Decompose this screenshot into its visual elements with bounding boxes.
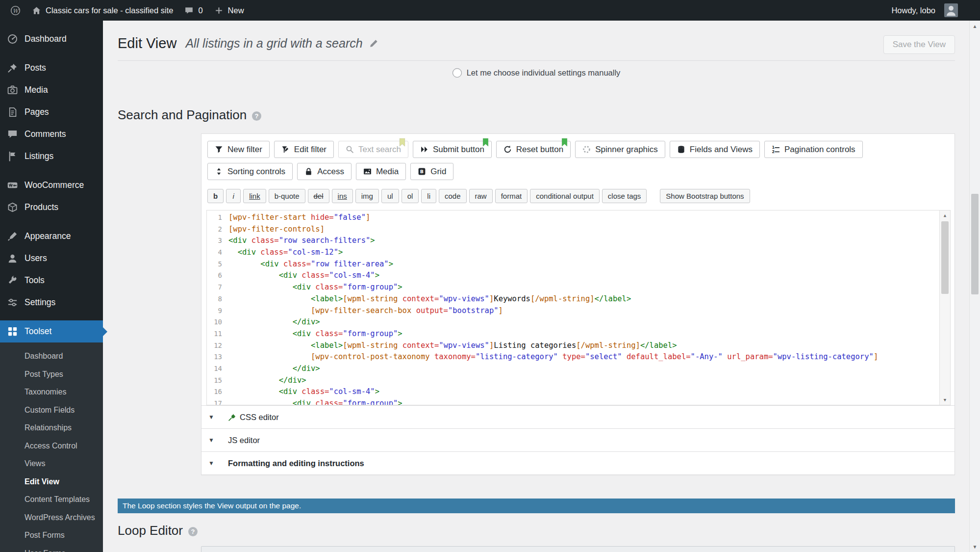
pagination-controls-button[interactable]: 12Pagination controls xyxy=(764,141,863,158)
quicktag-i[interactable]: i xyxy=(226,189,241,203)
wp-logo-menu[interactable]: W xyxy=(5,0,26,21)
sidebar-item-comments[interactable]: Comments xyxy=(0,123,103,145)
css-editor-section[interactable]: ▼CSS editor xyxy=(201,405,955,428)
quicktag-li[interactable]: li xyxy=(421,189,436,203)
sidebar-item-tools[interactable]: Tools xyxy=(0,269,103,291)
submenu-item-content-templates[interactable]: Content Templates xyxy=(0,491,103,509)
access-button[interactable]: Access xyxy=(297,163,352,180)
sidebar-item-media[interactable]: Media xyxy=(0,79,103,101)
sidebar-item-dashboard[interactable]: Dashboard xyxy=(0,28,103,50)
quicktag-b-quote[interactable]: b-quote xyxy=(269,189,305,203)
new-content-menu[interactable]: New xyxy=(208,0,250,21)
edit-title-pencil-icon[interactable] xyxy=(369,38,379,49)
quicktag-ul[interactable]: ul xyxy=(381,189,399,203)
media-button[interactable]: Media xyxy=(356,163,406,180)
howdy-text: Howdy, lobo xyxy=(891,6,935,15)
sidebar-item-woocommerce[interactable]: WooCommerce xyxy=(0,174,103,196)
new-filter-button[interactable]: New filter xyxy=(207,141,270,158)
button-label: Spinner graphics xyxy=(595,145,658,155)
sidebar-item-users[interactable]: Users xyxy=(0,247,103,269)
fields-and-views-button[interactable]: Fields and Views xyxy=(670,141,760,158)
comments-shortcut[interactable]: 0 xyxy=(178,0,208,21)
woocommerce-icon xyxy=(7,180,18,191)
help-icon[interactable]: ? xyxy=(252,111,261,121)
editor-scrollbar[interactable]: ▲ ▼ xyxy=(939,210,950,405)
code-line: 17 <div class="form-group"> xyxy=(207,398,939,405)
svg-text:B: B xyxy=(420,169,424,174)
submenu-item-views[interactable]: Views xyxy=(0,455,103,473)
reset-button-button[interactable]: Reset button xyxy=(496,141,571,158)
quicktag-ol[interactable]: ol xyxy=(402,189,419,203)
page-scrollbar[interactable]: ▲ ▼ xyxy=(969,21,980,552)
text-search-button[interactable]: Text search xyxy=(338,141,408,158)
sidebar-item-label: Tools xyxy=(25,275,45,286)
scroll-up-arrow[interactable]: ▲ xyxy=(970,21,980,31)
code-line: 12 <label>[wpml-string context="wpv-view… xyxy=(207,340,939,352)
quicktag-code[interactable]: code xyxy=(439,189,467,203)
quicktag-ins[interactable]: ins xyxy=(332,189,353,203)
help-icon[interactable]: ? xyxy=(188,527,198,536)
sidebar-item-posts[interactable]: Posts xyxy=(0,57,103,79)
sorting-controls-button[interactable]: Sorting controls xyxy=(207,163,293,180)
code-line: 2[wpv-filter-controls] xyxy=(207,224,939,236)
scroll-down-arrow[interactable]: ▼ xyxy=(940,395,950,405)
sidebar-item-label: Media xyxy=(25,85,48,95)
search-icon xyxy=(346,145,354,154)
show-bootstrap-buttons[interactable]: Show Bootstrap buttons xyxy=(660,189,750,203)
submenu-item-post-forms[interactable]: Post Forms xyxy=(0,526,103,545)
line-number: 16 xyxy=(207,386,228,398)
code-editor[interactable]: 1[wpv-filter-start hide="false"]2[wpv-fi… xyxy=(206,210,951,405)
sidebar-item-pages[interactable]: Pages xyxy=(0,101,103,123)
site-link[interactable]: Classic cars for sale - classified site xyxy=(26,0,178,21)
sidebar-item-appearance[interactable]: Appearance xyxy=(0,225,103,247)
code-text: [wpv-filter-controls] xyxy=(228,224,325,236)
sidebar-item-label: Pages xyxy=(25,107,49,117)
submenu-item-user-forms[interactable]: User Forms xyxy=(0,545,103,552)
js-editor-section[interactable]: ▼JS editor xyxy=(201,428,955,451)
submenu-item-taxonomies[interactable]: Taxonomies xyxy=(0,383,103,401)
submenu-item-wordpress-archives[interactable]: WordPress Archives xyxy=(0,509,103,527)
sidebar-item-products[interactable]: Products xyxy=(0,196,103,218)
button-label: Media xyxy=(376,167,399,177)
scroll-up-arrow[interactable]: ▲ xyxy=(940,210,950,220)
button-label: Fields and Views xyxy=(690,145,753,155)
manual-settings-radio[interactable] xyxy=(452,68,462,78)
products-icon xyxy=(7,202,18,213)
line-number: 2 xyxy=(207,224,228,236)
submit-button-button[interactable]: Submit button xyxy=(413,141,492,158)
quicktag-close-tags[interactable]: close tags xyxy=(602,189,647,203)
code-text: <label>[wpml-string context="wpv-views"]… xyxy=(228,340,677,352)
pin-icon xyxy=(228,413,236,421)
page-scrollbar-thumb[interactable] xyxy=(971,194,979,294)
settings-icon xyxy=(7,297,18,308)
code-text: <div class="form-group"> xyxy=(228,398,402,405)
edit-filter-button[interactable]: Edit filter xyxy=(274,141,334,158)
button-label: Grid xyxy=(430,167,446,177)
sidebar-item-settings[interactable]: Settings xyxy=(0,291,103,314)
grid-button[interactable]: BGrid xyxy=(410,163,453,180)
formatting-and-editing-instructions-section[interactable]: ▼Formatting and editing instructions xyxy=(201,451,955,474)
submit-icon xyxy=(420,145,428,154)
quicktag-raw[interactable]: raw xyxy=(469,189,493,203)
sidebar-item-toolset[interactable]: Toolset xyxy=(0,320,103,342)
scroll-down-arrow[interactable]: ▼ xyxy=(970,541,980,552)
submenu-item-relationships[interactable]: Relationships xyxy=(0,419,103,437)
sidebar-item-label: Posts xyxy=(25,63,46,73)
quicktag-format[interactable]: format xyxy=(495,189,528,203)
admin-bar-left: W Classic cars for sale - classified sit… xyxy=(0,0,250,21)
spinner-graphics-button[interactable]: Spinner graphics xyxy=(575,141,665,158)
submenu-item-post-types[interactable]: Post Types xyxy=(0,366,103,384)
quicktag-b[interactable]: b xyxy=(207,189,224,203)
save-view-button[interactable]: Save the View xyxy=(883,35,955,54)
submenu-item-dashboard[interactable]: Dashboard xyxy=(0,347,103,366)
submenu-item-edit-view[interactable]: Edit View xyxy=(0,473,103,491)
submenu-item-custom-fields[interactable]: Custom Fields xyxy=(0,401,103,420)
quicktag-conditional-output[interactable]: conditional output xyxy=(530,189,600,203)
submenu-item-access-control[interactable]: Access Control xyxy=(0,437,103,455)
account-menu[interactable]: Howdy, lobo xyxy=(886,0,963,21)
editor-scrollbar-thumb[interactable] xyxy=(941,221,949,294)
quicktag-del[interactable]: del xyxy=(308,189,329,203)
quicktag-img[interactable]: img xyxy=(355,189,379,203)
sidebar-item-listings[interactable]: Listings xyxy=(0,145,103,167)
quicktag-link[interactable]: link xyxy=(243,189,266,203)
